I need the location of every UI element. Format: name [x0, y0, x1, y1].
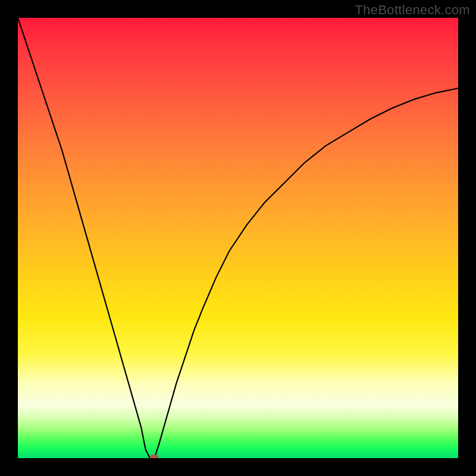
- minimum-marker: [150, 455, 158, 458]
- chart-frame: TheBottleneck.com: [0, 0, 476, 476]
- curve-path: [18, 18, 458, 458]
- watermark-text: TheBottleneck.com: [355, 2, 470, 18]
- bottleneck-curve: [18, 18, 458, 458]
- plot-area: [18, 18, 458, 458]
